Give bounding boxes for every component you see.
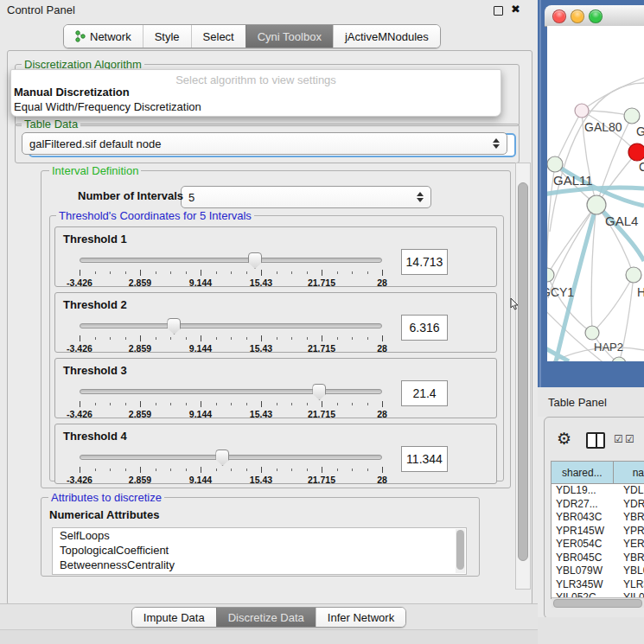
network-node-gal4[interactable] bbox=[587, 195, 606, 214]
cell-shared-name[interactable]: YDR27... bbox=[552, 498, 618, 512]
attribute-list-item[interactable]: SelfLoops bbox=[53, 528, 466, 543]
table-row[interactable]: YPR145WYPR1 bbox=[552, 525, 644, 539]
table-header-row: shared... na bbox=[552, 462, 644, 484]
axis-tick-label: 28 bbox=[377, 277, 387, 288]
threshold-value-field-4[interactable] bbox=[401, 446, 448, 472]
slider-thumb[interactable] bbox=[215, 450, 229, 466]
interval-definition-label: Interval Definition bbox=[49, 164, 141, 177]
scrollbar-thumb[interactable] bbox=[518, 182, 528, 561]
slider-axis-labels: -3.4262.8599.14415.4321.71528 bbox=[80, 475, 382, 485]
cell-name[interactable]: YDL1 bbox=[618, 484, 644, 498]
threshold-slider-4[interactable]: -3.4262.8599.14415.4321.71528 bbox=[80, 449, 382, 481]
tab-discretize-data[interactable]: Discretize Data bbox=[216, 608, 316, 627]
cell-shared-name[interactable]: YBL079W bbox=[552, 564, 618, 578]
tab-style[interactable]: Style bbox=[143, 25, 191, 48]
threshold-rows: Threshold 1-3.4262.8599.14415.4321.71528… bbox=[54, 226, 497, 489]
attributes-scrollbar[interactable] bbox=[456, 529, 465, 573]
slider-track[interactable] bbox=[80, 389, 382, 394]
tab-impute-data[interactable]: Impute Data bbox=[132, 608, 216, 627]
table-row[interactable]: YER054CYER0 bbox=[552, 538, 644, 552]
slider-track[interactable] bbox=[80, 323, 382, 328]
zoom-traffic-light-icon[interactable] bbox=[589, 10, 603, 23]
cyni-mode-tabs: Impute DataDiscretize DataInfer Network bbox=[131, 607, 406, 628]
table-data-select[interactable]: galFiltered.sif default node bbox=[22, 132, 507, 155]
tab-jactivemnodules[interactable]: jActiveMNodules bbox=[333, 25, 440, 48]
tab-network[interactable]: Network bbox=[64, 25, 143, 48]
num-intervals-select[interactable]: 5 bbox=[181, 186, 431, 208]
menu-item-manual-discretization[interactable]: Manual Discretization bbox=[14, 86, 130, 99]
float-window-icon[interactable] bbox=[494, 6, 503, 16]
network-window-titlebar[interactable] bbox=[545, 5, 644, 27]
network-node-gcy1[interactable] bbox=[547, 268, 554, 282]
cell-shared-name[interactable]: YER054C bbox=[552, 538, 618, 552]
tab-select[interactable]: Select bbox=[191, 25, 245, 48]
slider-thumb[interactable] bbox=[248, 252, 262, 269]
table-row[interactable]: YLR345WYLR3 bbox=[552, 578, 644, 592]
close-traffic-light-icon[interactable] bbox=[552, 10, 566, 23]
threshold-label: Threshold 1 bbox=[63, 233, 127, 245]
tab-cyni-toolbox[interactable]: Cyni Toolbox bbox=[245, 25, 333, 48]
network-node-ga[interactable] bbox=[624, 108, 640, 124]
tab-infer-network[interactable]: Infer Network bbox=[316, 608, 405, 627]
slider-track[interactable] bbox=[80, 258, 382, 263]
threshold-slider-2[interactable]: -3.4262.8599.14415.4321.71528 bbox=[80, 317, 382, 350]
cell-shared-name[interactable]: YBR045C bbox=[552, 552, 618, 565]
table-horizontal-scrollbar[interactable] bbox=[552, 597, 644, 608]
axis-tick-label: -3.426 bbox=[67, 409, 92, 419]
split-columns-icon[interactable] bbox=[586, 432, 605, 449]
network-canvas[interactable]: GAL80GACGAL11GAL4GCY1HHAP2 bbox=[547, 26, 644, 361]
table-data-value: galFiltered.sif default node bbox=[29, 137, 161, 150]
network-node-h[interactable] bbox=[626, 267, 641, 283]
network-node-hap2[interactable] bbox=[585, 326, 599, 340]
threshold-label: Threshold 3 bbox=[63, 364, 127, 377]
table-row[interactable]: YBR043CYBR0 bbox=[552, 511, 644, 525]
slider-ticks bbox=[80, 467, 382, 474]
threshold-value-field-3[interactable] bbox=[401, 380, 448, 406]
checkbox-icon[interactable]: ☑ bbox=[614, 434, 623, 444]
threshold-value-field-2[interactable] bbox=[401, 315, 448, 341]
attribute-list-item[interactable]: BetweennessCentrality bbox=[53, 558, 466, 572]
axis-tick-label: 15.43 bbox=[250, 409, 272, 419]
threshold-slider-3[interactable]: -3.4262.8599.14415.4321.71528 bbox=[80, 383, 382, 416]
vertical-scrollbar[interactable] bbox=[515, 163, 531, 590]
gear-icon[interactable]: ⚙ bbox=[557, 430, 571, 447]
column-header-name[interactable]: na bbox=[614, 462, 644, 483]
tab-label: Discretize Data bbox=[228, 611, 304, 624]
cell-name[interactable]: YBR0 bbox=[618, 511, 644, 525]
tab-label: Select bbox=[203, 30, 234, 43]
cell-name[interactable]: YBR0 bbox=[618, 552, 644, 565]
cell-name[interactable]: YBL0 bbox=[618, 564, 644, 578]
slider-thumb[interactable] bbox=[312, 384, 326, 400]
close-icon[interactable]: ✖ bbox=[511, 3, 520, 16]
minimize-traffic-light-icon[interactable] bbox=[571, 10, 584, 23]
network-node-c[interactable] bbox=[628, 143, 644, 161]
network-node-gal80[interactable] bbox=[575, 104, 589, 118]
cell-shared-name[interactable]: YDL19... bbox=[552, 484, 618, 498]
table-row[interactable]: YDR27...YDR2 bbox=[552, 498, 644, 512]
column-header-shared-name[interactable]: shared... bbox=[552, 462, 614, 483]
threshold-slider-1[interactable]: -3.4262.8599.14415.4321.71528 bbox=[80, 252, 382, 284]
slider-track[interactable] bbox=[80, 455, 382, 460]
hscrollbar-thumb[interactable] bbox=[553, 599, 642, 608]
cell-shared-name[interactable]: YPR145W bbox=[552, 525, 618, 539]
threshold-panel-4: Threshold 4-3.4262.8599.14415.4321.71528 bbox=[54, 424, 497, 484]
table-row[interactable]: YBR045CYBR0 bbox=[552, 552, 644, 565]
cyni-toolbox-panel: Discretization Algorithm Table Data galF… bbox=[7, 50, 532, 605]
cell-shared-name[interactable]: YLR345W bbox=[552, 578, 618, 592]
cell-name[interactable]: YER0 bbox=[618, 538, 644, 552]
network-node[interactable] bbox=[612, 357, 626, 361]
network-node-gal11[interactable] bbox=[547, 156, 563, 172]
slider-thumb[interactable] bbox=[167, 318, 181, 335]
table-row[interactable]: YDL19...YDL1 bbox=[552, 484, 644, 498]
cell-name[interactable]: YDR2 bbox=[618, 498, 644, 512]
threshold-value-field-1[interactable] bbox=[401, 249, 448, 275]
cell-name[interactable]: YPR1 bbox=[618, 525, 644, 539]
cell-name[interactable]: YLR3 bbox=[618, 578, 644, 592]
menu-item-equal-width-frequency[interactable]: Equal Width/Frequency Discretization bbox=[14, 100, 201, 113]
node-attribute-table[interactable]: shared... na YDL19...YDL1YDR27...YDR2YBR… bbox=[551, 461, 644, 599]
cell-shared-name[interactable]: YBR043C bbox=[552, 511, 618, 525]
table-row[interactable]: YBL079WYBL0 bbox=[552, 564, 644, 578]
attribute-list-item[interactable]: TopologicalCoefficient bbox=[53, 543, 466, 558]
checkbox-icon[interactable]: ☑ bbox=[625, 434, 634, 444]
numerical-attributes-list[interactable]: SelfLoopsTopologicalCoefficientBetweenne… bbox=[52, 527, 467, 575]
